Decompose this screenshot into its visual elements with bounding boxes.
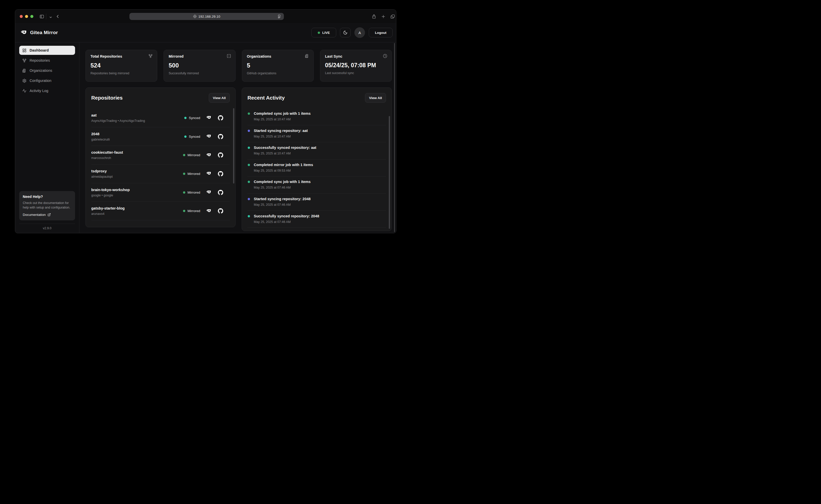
avatar-initial: A xyxy=(358,31,361,35)
sidebar-item-activity-log[interactable]: Activity Log xyxy=(19,86,75,95)
stat-card-mirrored: Mirrored 500 Successfully mirrored xyxy=(164,50,235,82)
repo-name: aat xyxy=(91,113,145,117)
repo-status-badge: Mirrored xyxy=(183,209,200,213)
chevron-down-icon[interactable] xyxy=(48,14,54,20)
flip-horizontal-icon xyxy=(227,54,231,58)
git-fork-icon xyxy=(22,58,27,63)
stat-value: 05/24/25, 07:08 PM xyxy=(325,62,387,69)
sidebar-item-configuration[interactable]: Configuration xyxy=(19,76,75,85)
stat-value: 500 xyxy=(169,62,230,69)
zoom-window-button[interactable] xyxy=(30,15,33,18)
external-link-icon xyxy=(48,213,51,216)
gitea-link-icon[interactable] xyxy=(206,171,212,176)
repo-list-scrollbar[interactable] xyxy=(233,108,234,184)
sidebar-item-organizations[interactable]: Organizations xyxy=(19,66,75,75)
stat-title: Organizations xyxy=(247,54,309,58)
repo-name: cookiecutter-faust xyxy=(91,150,123,154)
address-bar[interactable]: 192.168.29.10 xyxy=(129,13,284,20)
status-label: Synced xyxy=(189,116,200,120)
repo-status-badge: Mirrored xyxy=(183,191,200,194)
dashboard-icon xyxy=(22,48,27,53)
building-icon xyxy=(305,54,309,58)
need-help-body: Check out the documentation for help wit… xyxy=(23,201,72,210)
repo-owner: arunavo4 xyxy=(91,212,125,216)
stat-title: Mirrored xyxy=(169,54,230,58)
gitea-link-icon[interactable] xyxy=(206,190,212,195)
browser-window: 192.168.29.10 Gitea Mirr xyxy=(15,9,396,233)
status-dot xyxy=(183,173,185,175)
stat-value: 5 xyxy=(247,62,309,69)
sidebar-item-label: Organizations xyxy=(30,68,52,73)
sidebar-toggle-icon[interactable] xyxy=(39,13,45,19)
activity-message: Started syncing repository: aat xyxy=(254,129,386,133)
app-version: v2.9.0 xyxy=(19,226,75,230)
sidebar-item-dashboard[interactable]: Dashboard xyxy=(19,46,75,55)
repo-owner: gabrielecirulli xyxy=(91,138,110,141)
live-status-button[interactable]: LIVE xyxy=(311,28,336,37)
github-link-icon[interactable] xyxy=(218,171,223,176)
app-header: Gitea Mirror LIVE A Logout xyxy=(15,23,396,42)
activity-list-scrollbar[interactable] xyxy=(389,116,390,229)
logout-button[interactable]: Logout xyxy=(369,28,393,37)
repositories-view-all-button[interactable]: View All xyxy=(209,93,230,103)
activity-dot xyxy=(248,112,250,115)
stat-title: Total Repositories xyxy=(90,54,152,58)
page-scrollbar[interactable] xyxy=(394,43,395,232)
repo-row: aat AsyncAlgoTrading • AsyncAlgoTrading … xyxy=(91,109,230,127)
sidebar-item-label: Repositories xyxy=(30,58,50,62)
gitea-link-icon[interactable] xyxy=(206,153,212,158)
stat-subtitle: Last successful sync xyxy=(325,71,387,75)
status-dot xyxy=(183,154,185,156)
activity-list[interactable]: Completed sync job with 1 items May 25, … xyxy=(247,108,386,228)
live-dot xyxy=(318,32,320,34)
status-dot xyxy=(184,135,187,138)
github-link-icon[interactable] xyxy=(218,134,223,139)
activity-message: Completed sync job with 1 items xyxy=(254,180,386,184)
github-link-icon[interactable] xyxy=(218,115,223,121)
repo-owner: marcosschroh xyxy=(91,156,123,160)
activity-message: Started syncing repository: 2048 xyxy=(254,197,386,201)
github-link-icon[interactable] xyxy=(218,190,223,195)
share-icon[interactable] xyxy=(371,13,377,19)
status-label: Synced xyxy=(189,135,200,139)
gear-icon xyxy=(22,79,27,83)
minimize-window-button[interactable] xyxy=(25,15,28,18)
repo-row: tsdproxy almeidapaulopt Mirrored xyxy=(91,165,230,183)
documentation-link[interactable]: Documentation xyxy=(23,213,72,217)
stat-subtitle: GitHub organizations xyxy=(247,72,309,75)
tab-overview-icon[interactable] xyxy=(390,13,396,19)
user-avatar[interactable]: A xyxy=(354,27,365,38)
stat-card-total-repositories: Total Repositories 524 Repositories bein… xyxy=(85,50,157,82)
theme-toggle-button[interactable] xyxy=(340,28,351,37)
activity-panel-title: Recent Activity xyxy=(247,95,285,101)
activity-view-all-button[interactable]: View All xyxy=(365,93,386,103)
repo-row: cookiecutter-faust marcosschroh Mirrored xyxy=(91,146,230,165)
gitea-link-icon[interactable] xyxy=(206,115,212,120)
github-link-icon[interactable] xyxy=(218,152,223,158)
gitea-link-icon[interactable] xyxy=(206,209,212,214)
activity-item: Started syncing repository: 2048 May 25,… xyxy=(247,194,386,211)
activity-dot xyxy=(248,215,250,217)
repositories-panel: Repositories View All aat AsyncAlgoTradi… xyxy=(85,87,236,227)
status-label: Mirrored xyxy=(188,153,200,157)
sidebar-item-label: Dashboard xyxy=(30,48,49,52)
activity-message: Completed sync job with 1 items xyxy=(254,111,386,116)
activity-item: Successfully synced repository: 2048 May… xyxy=(247,211,386,228)
building-icon xyxy=(22,68,27,73)
repo-row: cronos Mirrored xyxy=(91,220,230,225)
repository-list[interactable]: aat AsyncAlgoTrading • AsyncAlgoTrading … xyxy=(91,109,230,225)
repo-owner: almeidapaulopt xyxy=(91,175,113,178)
activity-message: Completed mirror job with 1 items xyxy=(254,163,386,167)
activity-dot xyxy=(248,198,250,200)
back-icon[interactable] xyxy=(55,13,61,19)
sidebar-item-label: Configuration xyxy=(30,79,51,83)
sidebar-item-repositories[interactable]: Repositories xyxy=(19,56,75,65)
activity-timestamp: May 25, 2025 at 10:47 AM xyxy=(254,118,386,121)
gitea-link-icon[interactable] xyxy=(206,134,212,139)
reader-icon[interactable] xyxy=(277,14,281,18)
status-dot xyxy=(184,117,187,119)
close-window-button[interactable] xyxy=(20,15,23,18)
repo-status-badge: Synced xyxy=(184,116,200,120)
new-tab-icon[interactable] xyxy=(380,13,386,19)
github-link-icon[interactable] xyxy=(218,208,223,214)
